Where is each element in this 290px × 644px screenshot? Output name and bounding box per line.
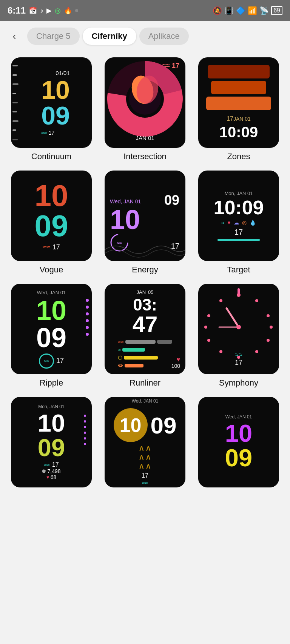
runliner-bars: ≈≈ ≈ ⬡ ⭖ xyxy=(118,339,172,369)
runliner-bar-row-3: ⬡ xyxy=(118,355,172,361)
mute-icon: 🔕 xyxy=(213,6,222,15)
target-steps: 17 xyxy=(234,228,243,237)
vogue-steps: ≈≈ 17 xyxy=(43,243,60,251)
nav-bar: ‹ Charge 5 Ciferníky Aplikace xyxy=(0,21,290,51)
tab-aplikace[interactable]: Aplikace xyxy=(139,28,189,45)
bottom2-arrows: ∧∧ ∧∧ ∧∧ xyxy=(138,444,152,471)
wifi-icon: 📶 xyxy=(248,6,257,15)
youtube-icon: ▶ xyxy=(46,6,52,15)
bottom2-hour-circle: 10 xyxy=(114,408,148,442)
watchface-energy-face: Wed, JAN 01 10 09 ≈≈ 17 xyxy=(105,171,185,261)
svg-point-8 xyxy=(267,314,270,317)
runliner-bar-row-4: ⭖ xyxy=(118,363,172,369)
energy-min: 09 xyxy=(164,192,179,208)
svg-point-16 xyxy=(207,314,210,317)
ripple-hour: 10 xyxy=(36,297,66,324)
vogue-hour: 10 xyxy=(35,181,68,211)
continuum-hour: 10 xyxy=(41,77,70,103)
symphony-steps: 17 xyxy=(235,359,242,367)
watchface-runliner[interactable]: JAN05 03: 47 ≈≈ ≈ ⬡ xyxy=(101,284,189,388)
watchface-runliner-label: Runliner xyxy=(130,378,160,388)
watchface-continuum[interactable]: 01/01 10 09 ≈≈ 17 Continuum xyxy=(8,57,95,161)
svg-line-18 xyxy=(227,308,239,327)
watchface-bottom3-face: Wed, JAN 01 10 09 xyxy=(198,397,279,487)
watchface-ripple-label: Ripple xyxy=(40,378,63,388)
ripple-bottom: ≈≈ 17 xyxy=(39,354,64,369)
bottom2-date: Wed, JAN 01 xyxy=(132,398,158,404)
bottom2-steps: 17 xyxy=(142,472,148,479)
bottom2-steps-icon: ≈≈ xyxy=(142,480,148,486)
calendar-icon: 📅 xyxy=(29,6,37,15)
vogue-min: 09 xyxy=(35,211,68,241)
watchface-zones[interactable]: 17 JAN 01 10:09 Zones xyxy=(195,57,282,161)
watchface-vogue-label: Vogue xyxy=(40,265,63,275)
target-time: 10:09 xyxy=(214,198,264,217)
bottom1-hour: 10 xyxy=(38,411,65,435)
bottom3-date: Wed, JAN 01 xyxy=(225,414,252,420)
runliner-date: JAN05 xyxy=(136,289,153,295)
runliner-bar-row-1: ≈≈ xyxy=(118,339,172,345)
watchface-vogue-face: 10 09 ≈≈ 17 xyxy=(11,171,92,261)
status-time: 6:11 xyxy=(8,5,26,16)
tab-ciferniky[interactable]: Ciferníky xyxy=(83,28,136,45)
ripple-circle: ≈≈ xyxy=(39,354,54,369)
watchface-bottom3[interactable]: Wed, JAN 01 10 09 xyxy=(195,397,282,487)
vibrate-icon: 📳 xyxy=(224,6,234,15)
svg-point-11 xyxy=(255,350,258,353)
svg-point-26 xyxy=(84,437,86,440)
runliner-num: 47 xyxy=(133,313,158,336)
bottom2-min: 09 xyxy=(151,412,177,439)
watchface-grid: 01/01 10 09 ≈≈ 17 Continuum ≈≈ 17 xyxy=(0,51,290,493)
svg-point-25 xyxy=(84,432,86,434)
zones-date: JAN 01 xyxy=(233,116,251,122)
target-date: Mon, JAN 01 xyxy=(224,191,253,196)
svg-point-23 xyxy=(84,420,86,423)
bottom1-dots xyxy=(81,412,89,459)
continuum-steps: ≈≈ 17 xyxy=(41,130,70,136)
watchface-intersection-label: Intersection xyxy=(123,152,167,161)
runliner-heart-val: 100 xyxy=(171,363,180,369)
svg-point-9 xyxy=(270,326,273,329)
ripple-steps: 17 xyxy=(56,357,64,365)
watchface-vogue[interactable]: 10 09 ≈≈ 17 Vogue xyxy=(8,171,95,275)
zones-steps: 17 xyxy=(227,115,233,122)
continuum-min: 09 xyxy=(41,103,70,128)
watchface-continuum-label: Continuum xyxy=(31,152,71,161)
svg-point-24 xyxy=(84,426,86,428)
watchface-zones-face: 17 JAN 01 10:09 xyxy=(198,57,279,148)
tab-charge5[interactable]: Charge 5 xyxy=(27,28,80,45)
watchface-continuum-face: 01/01 10 09 ≈≈ 17 xyxy=(11,57,92,148)
watchface-bottom1[interactable]: Mon, JAN 01 10 09 ≈≈ 17 ⬟ 7,49 xyxy=(8,397,95,487)
watchface-energy[interactable]: Wed, JAN 01 10 09 ≈≈ 17 Energy xyxy=(101,171,189,275)
dot-icon xyxy=(75,9,78,12)
svg-point-15 xyxy=(204,326,207,329)
bottom1-date: Mon, JAN 01 xyxy=(38,404,64,409)
target-icons: ≈ ♥ ☁ ◎ 💧 xyxy=(222,220,256,226)
battery-icon: 69 xyxy=(271,6,282,15)
watchface-bottom2-face: Wed, JAN 01 10 09 ∧∧ ∧∧ ∧∧ 17 ≈≈ xyxy=(105,397,185,487)
runliner-time-row: 03: xyxy=(133,297,157,313)
back-button[interactable]: ‹ xyxy=(6,28,23,45)
watchface-intersection[interactable]: ≈≈ 17 JAN 01 Intersection xyxy=(101,57,189,161)
svg-point-13 xyxy=(219,350,222,353)
energy-date: Wed, JAN 01 xyxy=(110,198,141,204)
watchface-bottom2[interactable]: Wed, JAN 01 10 09 ∧∧ ∧∧ ∧∧ 17 ≈≈ xyxy=(101,397,189,487)
watchface-ripple[interactable]: Wed, JAN 01 10 09 ≈≈ 17 Ripple xyxy=(8,284,95,388)
fire-icon: 🔥 xyxy=(64,6,72,15)
watchface-symphony-face: ≈≈ 17 xyxy=(198,284,279,374)
svg-point-20 xyxy=(236,325,241,329)
signal-icon: 📡 xyxy=(259,6,269,15)
status-bar: 6:11 📅 ♪ ▶ ◎ 🔥 🔕 📳 🔷 📶 📡 69 xyxy=(0,0,290,21)
svg-point-14 xyxy=(207,339,210,342)
watchface-intersection-face: ≈≈ 17 JAN 01 xyxy=(105,57,185,148)
svg-point-27 xyxy=(84,443,86,445)
location-icon: ◎ xyxy=(55,6,61,15)
watchface-target[interactable]: Mon, JAN 01 10:09 ≈ ♥ ☁ ◎ 💧 17 Target xyxy=(195,171,282,275)
watchface-symphony[interactable]: ≈≈ 17 Symphony xyxy=(195,284,282,388)
ripple-min: 09 xyxy=(36,324,66,351)
watchface-zones-label: Zones xyxy=(227,152,250,161)
runliner-heart-icon: ♥ xyxy=(177,356,180,363)
symphony-bottom: ≈≈ 17 xyxy=(235,351,242,367)
watchface-symphony-label: Symphony xyxy=(219,378,258,388)
watchface-bottom1-face: Mon, JAN 01 10 09 ≈≈ 17 ⬟ 7,49 xyxy=(11,397,92,487)
